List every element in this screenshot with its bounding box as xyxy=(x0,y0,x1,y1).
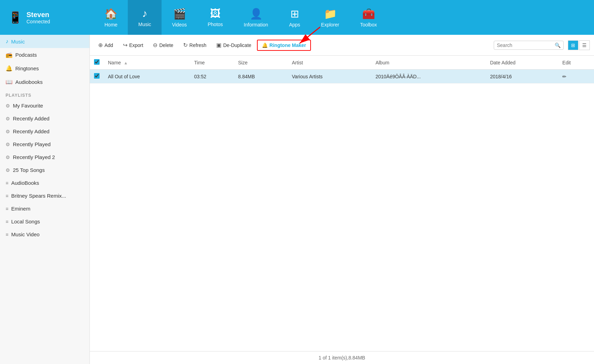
add-button[interactable]: ⊕ Add xyxy=(94,40,117,50)
device-text: Steven Connected xyxy=(26,11,50,24)
gear-icon-5: ⚙ xyxy=(6,167,10,173)
row-checkbox[interactable] xyxy=(94,73,100,79)
gear-icon-2: ⚙ xyxy=(6,129,10,134)
list-icon-8: ≡ xyxy=(6,206,8,212)
column-header-date-added: Date Added xyxy=(486,56,558,70)
nav-item-music[interactable]: ♪ Music xyxy=(128,0,162,35)
playlist-label-9: Local Songs xyxy=(11,219,40,224)
gear-icon-4: ⚙ xyxy=(6,155,10,160)
playlist-label-3: Recently Played xyxy=(13,141,50,147)
list-icon-7: ≡ xyxy=(6,193,8,199)
playlist-recently-added-1[interactable]: ⚙ Recently Added xyxy=(0,112,89,125)
gear-icon-3: ⚙ xyxy=(6,142,10,147)
playlist-label-5: 25 Top Songs xyxy=(13,167,45,173)
playlist-label-7: Britney Spears Remix... xyxy=(11,193,66,199)
export-icon: ↪ xyxy=(123,42,127,48)
nav-label-apps: Apps xyxy=(289,22,300,27)
videos-icon: 🎬 xyxy=(173,8,186,20)
deduplicate-button[interactable]: ▣ De-Duplicate xyxy=(212,40,256,50)
playlist-eminem[interactable]: ≡ Eminem xyxy=(0,202,89,215)
playlist-recently-added-2[interactable]: ⚙ Recently Added xyxy=(0,125,89,138)
view-buttons: ⊞ ☰ xyxy=(568,40,590,50)
refresh-icon: ↻ xyxy=(183,42,188,48)
list-icon-10: ≡ xyxy=(6,232,8,237)
nav-label-information: Information xyxy=(244,22,268,27)
status-bar: 1 of 1 item(s),8.84MB xyxy=(90,351,594,364)
playlist-recently-played-2[interactable]: ⚙ Recently Played 2 xyxy=(0,151,89,164)
list-view-button[interactable]: ☰ xyxy=(579,40,590,50)
ringtones-icon: 🔔 xyxy=(6,65,13,72)
toolbar: ⊕ Add ↪ Export ⊖ Delete ↻ Refresh ▣ De-D… xyxy=(90,35,594,56)
gear-icon-0: ⚙ xyxy=(6,103,10,109)
sidebar-item-music[interactable]: ♪ Music xyxy=(0,35,89,48)
sidebar-item-ringtones[interactable]: 🔔 Ringtones xyxy=(0,62,89,75)
row-checkbox-cell xyxy=(90,70,104,84)
export-label: Export xyxy=(129,42,143,48)
search-input[interactable] xyxy=(497,42,553,48)
ringtone-maker-icon: 🔔 xyxy=(262,42,268,48)
sidebar-label-podcasts: Podcasts xyxy=(15,52,37,58)
nav-item-explorer[interactable]: 📁 Explorer xyxy=(311,0,350,35)
nav-item-videos[interactable]: 🎬 Videos xyxy=(162,0,197,35)
nav-item-toolbox[interactable]: 🧰 Toolbox xyxy=(350,0,387,35)
row-album: 2010Äé9ÔÂÂ·ÀÄD... xyxy=(371,70,486,84)
sidebar-item-podcasts[interactable]: 📻 Podcasts xyxy=(0,48,89,62)
sidebar-label-music: Music xyxy=(11,39,25,45)
audiobooks-icon: 📖 xyxy=(6,79,13,85)
toolbox-icon: 🧰 xyxy=(362,8,375,20)
nav-item-information[interactable]: 👤 Information xyxy=(233,0,279,35)
refresh-button[interactable]: ↻ Refresh xyxy=(179,40,211,50)
explorer-icon: 📁 xyxy=(324,8,337,20)
main-layout: ♪ Music 📻 Podcasts 🔔 Ringtones 📖 Audiobo… xyxy=(0,35,594,364)
list-icon-9: ≡ xyxy=(6,219,8,224)
device-name: Steven xyxy=(26,11,50,19)
grid-view-button[interactable]: ⊞ xyxy=(568,40,578,50)
column-header-edit: Edit xyxy=(558,56,594,70)
playlist-audiobooks[interactable]: ≡ AudioBooks xyxy=(0,176,89,189)
playlist-label-2: Recently Added xyxy=(13,128,49,134)
playlist-recently-played-1[interactable]: ⚙ Recently Played xyxy=(0,138,89,151)
nav-items: 🏠 Home ♪ Music 🎬 Videos 🖼 Photos 👤 Infor… xyxy=(94,0,594,35)
nav-item-apps[interactable]: ⊞ Apps xyxy=(279,0,311,35)
nav-item-photos[interactable]: 🖼 Photos xyxy=(197,0,233,35)
playlist-music-video[interactable]: ≡ Music Video xyxy=(0,228,89,241)
music-note-icon: ♪ xyxy=(6,38,8,45)
playlist-local-songs[interactable]: ≡ Local Songs xyxy=(0,215,89,228)
playlist-label-10: Music Video xyxy=(11,231,39,237)
playlist-my-favourite[interactable]: ⚙ My Favourite xyxy=(0,99,89,112)
select-all-checkbox[interactable] xyxy=(94,59,100,65)
table-row[interactable]: All Out of Love 03:52 8.84MB Various Art… xyxy=(90,70,594,84)
add-label: Add xyxy=(104,42,113,48)
export-button[interactable]: ↪ Export xyxy=(119,40,147,50)
column-header-time: Time xyxy=(190,56,234,70)
ringtone-maker-label: Ringtone Maker xyxy=(269,42,306,48)
playlist-britney-spears[interactable]: ≡ Britney Spears Remix... xyxy=(0,189,89,202)
row-size: 8.84MB xyxy=(234,70,288,84)
podcasts-icon: 📻 xyxy=(6,52,13,58)
column-header-artist: Artist xyxy=(288,56,371,70)
playlists-section-label: PLAYLISTS xyxy=(0,89,89,99)
playlist-label-1: Recently Added xyxy=(13,116,49,121)
home-icon: 🏠 xyxy=(104,8,117,20)
sidebar-label-ringtones: Ringtones xyxy=(15,65,39,71)
sidebar-item-audiobooks[interactable]: 📖 Audiobooks xyxy=(0,75,89,89)
search-icon: 🔍 xyxy=(555,42,561,48)
ringtone-maker-button[interactable]: 🔔 Ringtone Maker xyxy=(257,40,311,51)
playlist-25-top-songs[interactable]: ⚙ 25 Top Songs xyxy=(0,164,89,176)
table-area: Name ▲ Time Size Artist Album Date Added… xyxy=(90,56,594,351)
top-bar: 📱 Steven Connected 🏠 Home ♪ Music 🎬 Vide… xyxy=(0,0,594,35)
photos-icon: 🖼 xyxy=(210,8,220,19)
row-edit[interactable]: ✏ xyxy=(558,70,594,84)
playlist-label-0: My Favourite xyxy=(13,103,43,109)
nav-item-home[interactable]: 🏠 Home xyxy=(94,0,128,35)
delete-button[interactable]: ⊖ Delete xyxy=(149,40,177,50)
status-text: 1 of 1 item(s),8.84MB xyxy=(319,355,365,361)
column-header-album: Album xyxy=(371,56,486,70)
sort-icon: ▲ xyxy=(124,61,128,65)
deduplicate-label: De-Duplicate xyxy=(223,42,251,48)
header-checkbox-cell xyxy=(90,56,104,70)
search-box: 🔍 xyxy=(494,41,564,50)
playlist-label-6: AudioBooks xyxy=(11,180,39,186)
nav-label-home: Home xyxy=(104,22,117,27)
apps-icon: ⊞ xyxy=(290,8,299,20)
